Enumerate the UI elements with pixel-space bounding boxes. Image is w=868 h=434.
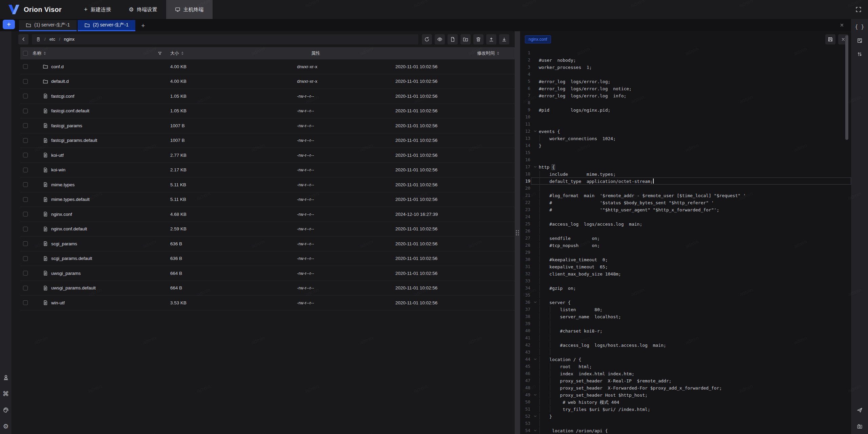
file-name[interactable]: win-utf [51, 300, 65, 305]
row-checkbox[interactable] [23, 300, 28, 305]
code-line[interactable]: 8 [520, 99, 851, 106]
file-name[interactable]: scgi_params.default [51, 256, 92, 261]
code-line[interactable]: 19 default_type application/octet-stream… [520, 177, 851, 185]
row-checkbox[interactable] [23, 64, 28, 69]
file-row[interactable]: mime.types.default5.11 KB-rw-r--r--2020-… [20, 192, 515, 207]
code-line[interactable]: 21 #log_format main '$remote_addr - $rem… [520, 192, 851, 199]
file-row[interactable]: nginx.conf.default2.59 KB-rw-r--r--2020-… [20, 222, 515, 237]
code-line[interactable]: 32 client_max_body_size 1048m; [520, 270, 851, 277]
settings-gear-icon[interactable]: ⚙ [1, 421, 11, 431]
code-line[interactable]: 12events { [520, 128, 851, 135]
code-line[interactable]: 13 worker_connections 1024; [520, 135, 851, 142]
code-line[interactable]: 44 location / { [520, 356, 851, 363]
file-name[interactable]: default.d [51, 79, 69, 84]
code-line[interactable]: 31 keepalive_timeout 65; [520, 263, 851, 270]
terminal-tab-2[interactable]: (2) server-生产-1 [78, 20, 135, 31]
code-line[interactable]: 39 [520, 320, 851, 327]
sort-arrows-icon[interactable] [855, 49, 864, 59]
file-row[interactable]: nginx.conf4.68 KB-rw-r--r--2024-12-10 16… [20, 207, 515, 222]
upload-icon[interactable] [486, 34, 496, 44]
refresh-icon[interactable] [422, 34, 432, 44]
code-line[interactable]: 11 [520, 120, 851, 128]
code-line[interactable]: 5#error_log logs/error.log; [520, 78, 851, 85]
folder-add-icon[interactable] [460, 34, 471, 44]
file-row[interactable]: fastcgi_params1007 B-rw-r--r--2020-11-01… [20, 118, 515, 133]
fold-chevron-icon[interactable] [531, 164, 539, 170]
code-line[interactable]: 7#error_log logs/error.log info; [520, 92, 851, 99]
row-checkbox[interactable] [23, 197, 28, 202]
code-line[interactable]: 52 } [520, 413, 851, 420]
file-name[interactable]: nginx.conf [51, 212, 72, 217]
code-line[interactable]: 35 [520, 291, 851, 299]
code-line[interactable]: 36 server { [520, 299, 851, 306]
bookmark-doc-icon[interactable] [855, 35, 864, 45]
code-line[interactable]: 22 # '$status $body_bytes_sent "$http_re… [520, 199, 851, 206]
code-line[interactable]: 17http { [520, 163, 851, 170]
code-line[interactable]: 34 #gzip on; [520, 284, 851, 291]
palette-icon[interactable] [1, 405, 11, 415]
code-line[interactable]: 2#user nobody; [520, 56, 851, 63]
paper-plane-icon[interactable] [855, 405, 864, 415]
fullscreen-icon[interactable] [852, 3, 865, 16]
fold-chevron-icon[interactable] [531, 128, 539, 134]
file-name[interactable]: mime.types [51, 182, 75, 187]
terminal-tab-1[interactable]: (1) server-生产-1 [19, 20, 77, 31]
code-line[interactable]: 51 try_files $uri $uri/ /index.html; [520, 405, 851, 413]
code-line[interactable]: 50 # web history 模式 404 [520, 398, 851, 405]
code-line[interactable]: 10 [520, 113, 851, 120]
code-line[interactable]: 23 # '"$http_user_agent" "$http_x_forwar… [520, 206, 851, 213]
file-row[interactable]: conf.d4.00 KBdrwxr-xr-x2020-11-01 10:02:… [20, 59, 515, 74]
file-row[interactable]: uwsgi_params.default664 B-rw-r--r--2020-… [20, 281, 515, 296]
file-name[interactable]: uwsgi_params.default [51, 285, 96, 290]
row-checkbox[interactable] [23, 256, 28, 261]
trash-icon[interactable] [473, 34, 484, 44]
column-header-name[interactable]: 名称 [31, 50, 165, 56]
file-row[interactable]: koi-win2.17 KB-rw-r--r--2020-11-01 10:02… [20, 163, 515, 178]
code-line[interactable]: 15 [520, 149, 851, 156]
breadcrumb-segment[interactable]: nginx [64, 37, 75, 42]
braces-icon[interactable]: { } [855, 22, 864, 32]
file-row[interactable]: fastcgi.conf.default1.05 KB-rw-r--r--202… [20, 104, 515, 119]
code-line[interactable]: 18 include mime.types; [520, 170, 851, 177]
code-line[interactable]: 42 #access_log logs/host.access.log main… [520, 341, 851, 348]
file-name[interactable]: fastcgi.conf [51, 94, 74, 99]
file-name[interactable]: fastcgi_params [51, 123, 82, 128]
code-line[interactable]: 9#pid logs/nginx.pid; [520, 106, 851, 113]
row-checkbox[interactable] [23, 79, 28, 84]
file-row[interactable]: koi-utf2.77 KB-rw-r--r--2020-11-01 10:02… [20, 148, 515, 163]
code-line[interactable]: 38 server_name localhost; [520, 313, 851, 320]
save-icon[interactable] [825, 34, 835, 44]
fold-chevron-icon[interactable] [531, 413, 539, 419]
code-line[interactable]: 53 [520, 420, 851, 427]
row-checkbox[interactable] [23, 227, 28, 231]
filter-icon[interactable] [158, 51, 162, 56]
code-line[interactable]: 43 [520, 348, 851, 356]
code-line[interactable]: 29 [520, 249, 851, 256]
row-checkbox[interactable] [23, 241, 28, 246]
file-row[interactable]: win-utf3.53 KB-rw-r--r--2020-11-01 10:02… [20, 296, 515, 310]
fold-chevron-icon[interactable] [531, 299, 539, 305]
camera-icon[interactable] [855, 421, 864, 431]
back-icon[interactable] [18, 34, 28, 44]
command-icon[interactable]: ⌘ [1, 389, 11, 399]
row-checkbox[interactable] [23, 153, 28, 157]
code-line[interactable]: 27 sendfile on; [520, 234, 851, 242]
storage-icon[interactable] [36, 37, 41, 42]
column-header-mtime[interactable]: 修改时间 [477, 50, 515, 56]
file-row[interactable]: fastcgi.conf1.05 KB-rw-r--r--2020-11-01 … [20, 89, 515, 104]
file-name[interactable]: mime.types.default [51, 197, 90, 202]
code-line[interactable]: 49 proxy_set_header Host $http_host; [520, 391, 851, 398]
open-file-tag[interactable]: nginx.conf [525, 35, 551, 43]
menu-item-new-connection[interactable]: +新建连接 [75, 0, 120, 19]
file-name[interactable]: conf.d [51, 64, 64, 69]
menu-item-terminal-settings[interactable]: ⚙终端设置 [120, 0, 166, 19]
code-line[interactable]: 3worker_processes 1; [520, 63, 851, 71]
column-header-size[interactable]: 大小 [165, 50, 290, 56]
row-checkbox[interactable] [23, 123, 28, 128]
fold-chevron-icon[interactable] [531, 392, 539, 398]
code-line[interactable]: 46 index index.html index.htm; [520, 370, 851, 377]
file-name[interactable]: fastcgi_params.default [51, 138, 97, 143]
file-row[interactable]: fastcgi_params.default1007 B-rw-r--r--20… [20, 133, 515, 148]
code-line[interactable]: 25 #access_log logs/access.log main; [520, 220, 851, 227]
select-all-checkbox[interactable] [20, 51, 31, 56]
